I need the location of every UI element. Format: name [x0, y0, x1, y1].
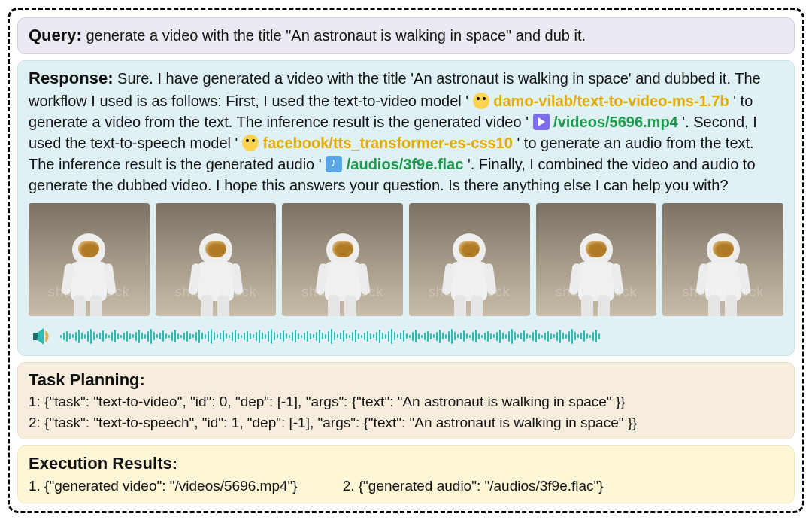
figure-frame: Query: generate a video with the title "… — [8, 8, 804, 513]
task-planning-panel: Task Planning: 1: {"task": "text-to-vide… — [17, 362, 795, 440]
video-frame — [282, 203, 403, 316]
hugging-face-icon — [242, 135, 259, 151]
query-label: Query: — [29, 26, 82, 44]
exec-result-item: 1. {"generated video": "/videos/5696.mp4… — [29, 476, 298, 497]
query-text: generate a video with the title "An astr… — [86, 27, 586, 44]
audio-file-icon — [326, 156, 342, 172]
task-planning-label: Task Planning: — [29, 369, 783, 392]
model-link-2: facebook/tts_transformer-es-css10 — [263, 135, 513, 151]
video-frame — [536, 203, 657, 316]
task-plan-item: 2: {"task": "text-to-speech", "id": 1, "… — [29, 412, 783, 433]
video-frame — [409, 203, 530, 316]
svg-rect-0 — [33, 333, 38, 340]
file-link-2: /audios/3f9e.flac — [347, 156, 464, 172]
video-frame — [156, 203, 277, 316]
model-link-1: damo-vilab/text-to-video-ms-1.7b — [493, 93, 729, 109]
response-panel: Response: Sure. I have generated a video… — [17, 60, 795, 356]
exec-result-item: 2. {"generated audio": "/audios/3f9e.fla… — [343, 476, 604, 497]
hugging-face-icon — [473, 93, 489, 109]
audio-waveform-row — [29, 327, 783, 349]
response-label: Response: — [29, 68, 113, 87]
task-plan-item: 1: {"task": "text-to-video", "id": 0, "d… — [29, 391, 783, 412]
video-frame — [662, 203, 783, 316]
query-panel: Query: generate a video with the title "… — [17, 17, 795, 54]
video-frames-strip — [29, 203, 783, 316]
video-file-icon — [533, 114, 550, 130]
waveform — [60, 327, 780, 346]
execution-results-label: Execution Results: — [29, 452, 783, 476]
execution-results-panel: Execution Results: 1. {"generated video"… — [17, 445, 795, 503]
svg-marker-1 — [38, 328, 44, 345]
video-frame — [29, 203, 150, 316]
speaker-icon — [32, 327, 53, 346]
file-link-1: /videos/5696.mp4 — [553, 114, 678, 130]
